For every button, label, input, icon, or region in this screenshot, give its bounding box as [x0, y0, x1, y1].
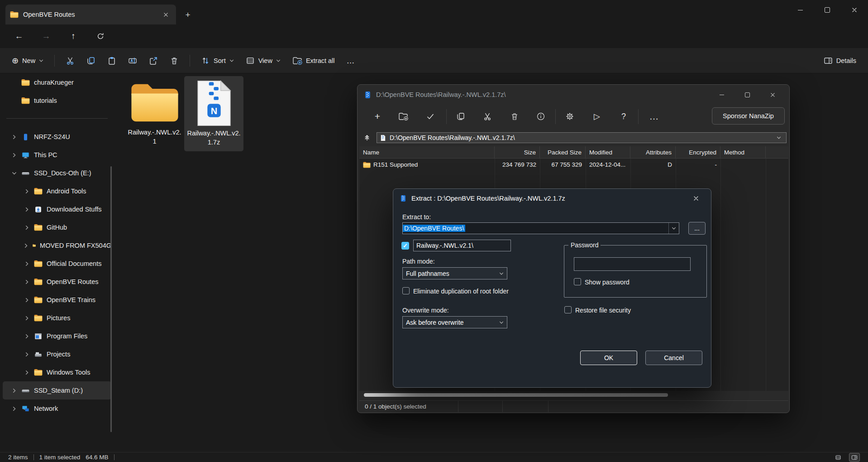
eliminate-duplication-checkbox[interactable]	[402, 287, 410, 294]
chevron-right-icon[interactable]	[24, 279, 30, 284]
chevron-right-icon[interactable]	[24, 316, 30, 321]
ok-button[interactable]: OK	[580, 351, 637, 365]
details-pane-button[interactable]: Details	[819, 53, 861, 69]
nanazip-close-button[interactable]	[762, 88, 783, 101]
show-password-checkbox[interactable]	[574, 278, 581, 285]
column-header-packed-size[interactable]: Packed Size	[540, 146, 586, 158]
address-dropdown-button[interactable]	[774, 133, 783, 143]
chevron-right-icon[interactable]	[24, 243, 29, 248]
chevron-right-icon[interactable]	[11, 388, 17, 393]
paste-button[interactable]	[103, 53, 121, 69]
sidebar-item-ssd-docs-oth[interactable]: SSD_Docs-Oth (E:)	[3, 164, 111, 182]
extract-all-button[interactable]: Extract all	[288, 53, 339, 69]
file-tile-archive-selected[interactable]: Railway.-.NWL.v2. 1.7z	[184, 76, 243, 151]
add-button[interactable]: +	[370, 108, 385, 125]
column-header-method[interactable]: Method	[720, 146, 766, 158]
up-one-level-button[interactable]	[360, 132, 374, 144]
combobox-dropdown-button[interactable]	[668, 223, 679, 234]
chevron-right-icon[interactable]	[11, 135, 17, 140]
chevron-right-icon[interactable]	[11, 406, 17, 411]
benchmark-button[interactable]: ▷	[589, 108, 605, 125]
window-close-button[interactable]	[841, 0, 868, 20]
sidebar-item-official-documents[interactable]: Official Documents	[3, 255, 111, 273]
large-icons-view-toggle[interactable]	[849, 453, 860, 462]
chevron-right-icon[interactable]	[24, 298, 30, 303]
extract-button[interactable]	[396, 108, 411, 125]
share-button[interactable]	[144, 53, 162, 69]
scrollbar-thumb[interactable]	[364, 393, 668, 397]
column-header-size[interactable]: Size	[495, 146, 540, 158]
sidebar-item-program-files[interactable]: Program Files	[3, 327, 111, 345]
password-input[interactable]	[574, 257, 691, 271]
chevron-right-icon[interactable]	[24, 207, 30, 212]
overwrite-mode-dropdown[interactable]: Ask before overwrite	[402, 316, 507, 328]
up-button[interactable]: ↑	[64, 28, 82, 44]
delete-button[interactable]	[165, 53, 183, 69]
tab-close-icon[interactable]	[160, 9, 172, 20]
column-header-modified[interactable]: Modified	[586, 146, 630, 158]
chevron-right-icon[interactable]	[24, 225, 30, 230]
explorer-tab[interactable]: OpenBVE Routes	[5, 5, 176, 24]
chevron-right-icon[interactable]	[24, 352, 30, 357]
sidebar-item-openbve-trains[interactable]: OpenBVE Trains	[3, 291, 111, 309]
dialog-close-button[interactable]	[687, 192, 705, 205]
chevron-right-icon[interactable]	[24, 189, 30, 194]
sidebar-item-moved-from-fx504g[interactable]: MOVED FROM FX504G	[3, 236, 111, 255]
column-header-name[interactable]: Name	[359, 146, 495, 158]
column-header-attributes[interactable]: Attributes	[630, 146, 676, 158]
sidebar-item-network[interactable]: Network	[3, 399, 111, 418]
more-options-button[interactable]: …	[342, 53, 359, 68]
column-header-encrypted[interactable]: Encrypted	[676, 146, 720, 158]
copy-button[interactable]	[453, 108, 468, 125]
copy-button[interactable]	[82, 53, 100, 69]
sort-button[interactable]: Sort	[196, 53, 238, 69]
options-button[interactable]	[562, 108, 577, 125]
chevron-right-icon[interactable]	[24, 334, 30, 339]
new-tab-button[interactable]: +	[181, 8, 195, 22]
sidebar-item-pictures[interactable]: Pictures	[3, 309, 111, 327]
cancel-button[interactable]: Cancel	[645, 351, 702, 365]
forward-button[interactable]: →	[37, 28, 55, 44]
extract-path-combobox[interactable]: D:\OpenBVE Routes\	[402, 222, 679, 234]
sidebar-item-projects[interactable]: Projects	[3, 345, 111, 363]
extract-dialog-title-bar[interactable]: Extract : D:\OpenBVE Routes\Railway.-.NW…	[393, 189, 711, 208]
nanazip-minimize-button[interactable]	[711, 88, 732, 101]
append-folder-textbox[interactable]: Railway.-.NWL.v2.1\	[413, 240, 511, 251]
restore-file-security-checkbox[interactable]	[564, 306, 572, 313]
append-folder-checkbox[interactable]: ✓	[401, 242, 409, 250]
sidebar-item-android-tools[interactable]: Android Tools	[3, 182, 111, 200]
back-button[interactable]: ←	[10, 28, 28, 44]
sidebar-item-nrfz-s24u[interactable]: NRFZ-S24U	[3, 128, 111, 146]
rename-button[interactable]	[124, 53, 142, 69]
sidebar-item-tutorials[interactable]: tutorials	[3, 91, 111, 110]
sidebar-item-openbve-routes[interactable]: OpenBVE Routes	[3, 273, 111, 291]
window-minimize-button[interactable]	[787, 0, 814, 20]
more-button[interactable]: …	[646, 108, 662, 125]
sidebar-item-this-pc[interactable]: This PC	[3, 146, 111, 164]
details-view-toggle[interactable]	[833, 453, 844, 462]
move-button[interactable]	[480, 108, 495, 125]
sidebar-item-github[interactable]: GitHub	[3, 218, 111, 236]
path-mode-dropdown[interactable]: Full pathnames	[402, 267, 507, 279]
chevron-right-icon[interactable]	[11, 153, 17, 158]
cut-button[interactable]	[61, 53, 79, 69]
sidebar-item-downloaded-stuffs[interactable]: Downloaded Stuffs	[3, 200, 111, 218]
browse-button[interactable]: ...	[688, 222, 706, 235]
nanazip-maximize-button[interactable]	[737, 88, 758, 101]
chevron-right-icon[interactable]	[24, 261, 30, 266]
info-button[interactable]	[533, 108, 548, 125]
nanazip-title-bar[interactable]: D:\OpenBVE Routes\Railway.-.NWL.v2.1.7z\	[358, 85, 789, 105]
test-button[interactable]	[423, 108, 438, 125]
chevron-right-icon[interactable]	[24, 370, 30, 375]
new-button[interactable]: ⊕ New	[7, 53, 48, 68]
sponsor-nanazip-button[interactable]: Sponsor NanaZip	[712, 107, 785, 125]
file-tile-folder[interactable]: Railway.-.NWL.v2. 1	[125, 76, 184, 151]
delete-button[interactable]	[507, 108, 522, 125]
nanazip-address-field[interactable]: D:\OpenBVE Routes\Railway.-.NWL.v2.1.7z\	[377, 132, 787, 143]
chevron-down-icon[interactable]	[11, 171, 17, 176]
sidebar-item-ssd-steam[interactable]: SSD_Steam (D:)	[3, 381, 111, 399]
refresh-button[interactable]	[91, 28, 110, 44]
sidebar-scrollbar[interactable]	[110, 166, 112, 432]
help-button[interactable]: ?	[616, 108, 631, 125]
sidebar-item-churakrueger[interactable]: churaKrueger	[3, 73, 111, 91]
